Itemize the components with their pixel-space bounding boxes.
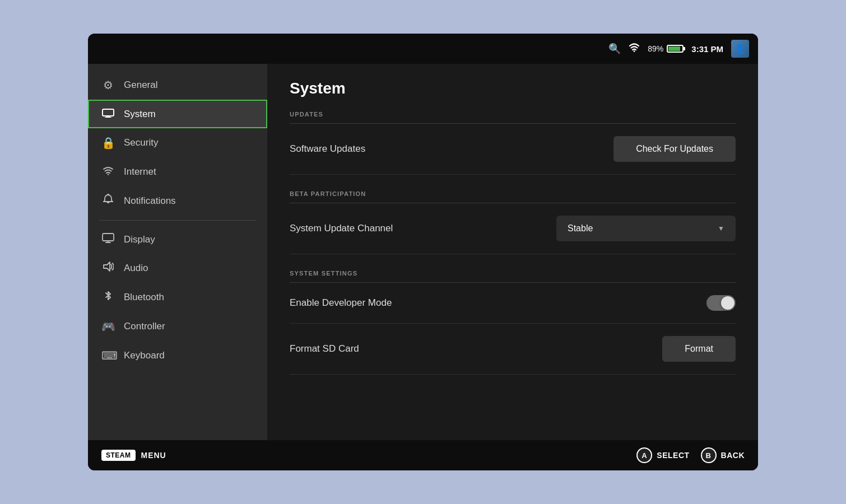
sidebar-label-notifications: Notifications bbox=[124, 195, 176, 207]
section-gap-2 bbox=[290, 254, 736, 270]
sidebar-item-keyboard[interactable]: ⌨ Keyboard bbox=[88, 341, 267, 370]
svg-point-0 bbox=[634, 50, 635, 52]
section-gap-1 bbox=[290, 175, 736, 190]
svg-rect-3 bbox=[105, 117, 111, 118]
sidebar-item-audio[interactable]: Audio bbox=[88, 254, 267, 282]
software-updates-label: Software Updates bbox=[290, 143, 365, 155]
svg-rect-6 bbox=[103, 234, 114, 241]
steam-menu: STEAM MENU bbox=[101, 450, 166, 461]
audio-icon bbox=[101, 262, 115, 274]
sidebar-item-notifications[interactable]: Notifications bbox=[88, 186, 267, 216]
bottom-right-controls: A SELECT B BACK bbox=[636, 447, 745, 463]
internet-icon bbox=[101, 165, 115, 178]
controller-icon: 🎮 bbox=[101, 320, 115, 333]
battery-percent: 89% bbox=[648, 44, 663, 53]
main-content: ⚙ General System 🔒 Security bbox=[88, 64, 758, 440]
avatar: 👤 bbox=[731, 40, 749, 58]
system-icon bbox=[101, 108, 115, 120]
select-label: SELECT bbox=[657, 451, 689, 460]
device-frame: 🔍 89% 3:31 PM 👤 ⚙ General bbox=[88, 34, 758, 470]
a-button[interactable]: A bbox=[636, 447, 652, 463]
section-label-system-settings: SYSTEM SETTINGS bbox=[290, 270, 736, 282]
sidebar-label-audio: Audio bbox=[124, 263, 148, 274]
battery-status: 89% bbox=[648, 44, 684, 53]
setting-row-software-updates: Software Updates Check For Updates bbox=[290, 124, 736, 175]
sidebar-item-bluetooth[interactable]: Bluetooth bbox=[88, 282, 267, 312]
format-sd-label: Format SD Card bbox=[290, 343, 359, 354]
setting-row-channel: System Update Channel Stable ▼ bbox=[290, 203, 736, 254]
display-icon bbox=[101, 233, 115, 246]
clock: 3:31 PM bbox=[691, 44, 723, 54]
sidebar-item-internet[interactable]: Internet bbox=[88, 157, 267, 186]
sidebar-label-bluetooth: Bluetooth bbox=[124, 292, 164, 303]
notifications-icon bbox=[101, 194, 115, 208]
toggle-knob bbox=[721, 296, 735, 310]
sidebar: ⚙ General System 🔒 Security bbox=[88, 64, 267, 440]
check-updates-button[interactable]: Check For Updates bbox=[613, 136, 736, 162]
format-button[interactable]: Format bbox=[662, 336, 736, 362]
bluetooth-icon bbox=[101, 290, 115, 304]
back-label: BACK bbox=[721, 451, 745, 460]
gear-icon: ⚙ bbox=[101, 78, 115, 92]
sidebar-item-general[interactable]: ⚙ General bbox=[88, 71, 267, 100]
top-bar: 🔍 89% 3:31 PM 👤 bbox=[88, 34, 758, 64]
steam-badge[interactable]: STEAM bbox=[101, 450, 136, 461]
channel-dropdown[interactable]: Stable ▼ bbox=[556, 216, 736, 241]
sidebar-label-system: System bbox=[124, 109, 156, 120]
page-title: System bbox=[290, 80, 736, 97]
sidebar-item-system[interactable]: System bbox=[88, 100, 267, 128]
sidebar-label-keyboard: Keyboard bbox=[124, 350, 165, 361]
select-action: A SELECT bbox=[636, 447, 689, 463]
setting-row-format-sd: Format SD Card Format bbox=[290, 324, 736, 375]
back-action: B BACK bbox=[701, 447, 745, 463]
developer-mode-label: Enable Developer Mode bbox=[290, 297, 392, 309]
svg-rect-2 bbox=[106, 116, 110, 117]
sidebar-label-general: General bbox=[124, 80, 157, 91]
bottom-bar: STEAM MENU A SELECT B BACK bbox=[88, 440, 758, 470]
sidebar-label-security: Security bbox=[124, 137, 158, 148]
channel-label: System Update Channel bbox=[290, 223, 393, 234]
sidebar-label-display: Display bbox=[124, 234, 155, 245]
keyboard-icon: ⌨ bbox=[101, 349, 115, 362]
svg-rect-1 bbox=[103, 109, 114, 116]
chevron-down-icon: ▼ bbox=[718, 225, 724, 232]
setting-row-developer-mode: Enable Developer Mode bbox=[290, 283, 736, 324]
sidebar-item-security[interactable]: 🔒 Security bbox=[88, 128, 267, 157]
sidebar-label-controller: Controller bbox=[124, 321, 165, 332]
content-panel: System UPDATES Software Updates Check Fo… bbox=[267, 64, 758, 440]
sidebar-label-internet: Internet bbox=[124, 166, 156, 178]
b-button[interactable]: B bbox=[701, 447, 717, 463]
sidebar-divider bbox=[99, 220, 256, 221]
lock-icon: 🔒 bbox=[101, 136, 115, 150]
search-icon[interactable]: 🔍 bbox=[608, 43, 621, 55]
svg-point-4 bbox=[108, 174, 109, 175]
sidebar-item-controller[interactable]: 🎮 Controller bbox=[88, 312, 267, 341]
battery-bar bbox=[667, 45, 684, 53]
svg-marker-7 bbox=[104, 262, 110, 271]
section-label-updates: UPDATES bbox=[290, 111, 736, 123]
sidebar-item-display[interactable]: Display bbox=[88, 225, 267, 254]
menu-label: MENU bbox=[141, 451, 166, 460]
section-label-beta: BETA PARTICIPATION bbox=[290, 190, 736, 203]
battery-fill bbox=[668, 46, 680, 51]
developer-mode-toggle[interactable] bbox=[706, 295, 736, 311]
wifi-icon bbox=[629, 43, 640, 55]
channel-value: Stable bbox=[568, 223, 593, 234]
